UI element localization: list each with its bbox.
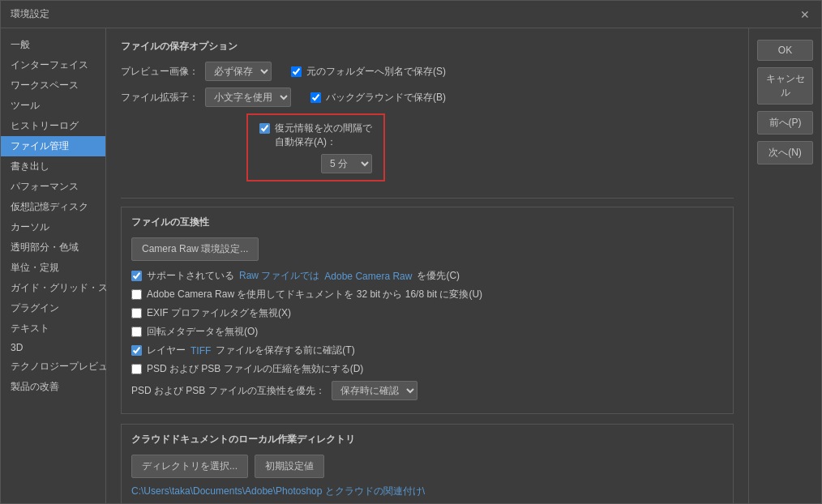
cancel-button[interactable]: キャンセル: [757, 67, 813, 105]
dialog-title: 環境設定: [11, 7, 49, 21]
convert-32bit-checkbox[interactable]: [131, 289, 142, 300]
select-directory-button[interactable]: ディレクトリを選択...: [131, 455, 248, 478]
cloud-section: クラウドドキュメントのローカル作業ディレクトリ ディレクトリを選択... 初期設…: [121, 424, 734, 503]
content-area: 一般 インターフェイス ワークスペース ツール ヒストリーログ ファイル管理 書…: [1, 28, 821, 503]
sidebar-item-tools[interactable]: ツール: [1, 96, 105, 116]
main-panel: ファイルの保存オプション プレビュー画像： 必ず保存 元のフォルダーへ別名で保存…: [106, 28, 748, 503]
extension-label: ファイル拡張子：: [121, 91, 199, 105]
extension-row: ファイル拡張子： 小文字を使用 バックグラウンドで保存(B): [121, 88, 734, 107]
preview-label: プレビュー画像：: [121, 65, 199, 79]
exif-label: EXIF プロファイルタグを無視(X): [147, 306, 291, 320]
preview-row: プレビュー画像： 必ず保存 元のフォルダーへ別名で保存(S): [121, 62, 734, 81]
save-to-original-label: 元のフォルダーへ別名で保存(S): [306, 65, 446, 79]
prev-button[interactable]: 前へ(P): [757, 111, 813, 135]
sidebar-item-workspace[interactable]: ワークスペース: [1, 75, 105, 96]
default-value-button[interactable]: 初期設定値: [255, 455, 324, 478]
rotation-meta-label: 回転メタデータを無視(O): [147, 325, 258, 339]
sidebar-item-text[interactable]: テキスト: [1, 318, 105, 339]
compatibility-header: ファイルの互換性: [131, 216, 723, 229]
psd-compat-row: PSD および PSB ファイルの互換性を優先： 保存時に確認: [131, 381, 723, 400]
sidebar-item-general[interactable]: 一般: [1, 35, 105, 55]
sidebar-item-interface[interactable]: インターフェイス: [1, 55, 105, 75]
sidebar-item-scratch-disk[interactable]: 仮想記憶ディスク: [1, 197, 105, 217]
tiff-confirm-label3: ファイルを保存する前に確認(T): [216, 344, 354, 357]
autosave-label2: 自動保存(A)：: [275, 135, 372, 149]
sidebar-item-performance[interactable]: パフォーマンス: [1, 177, 105, 197]
sidebar-item-product-improvement[interactable]: 製品の改善: [1, 377, 105, 397]
exif-row: EXIF プロファイルタグを無視(X): [131, 306, 723, 320]
autosave-checkbox[interactable]: [259, 123, 270, 134]
autosave-label1: 復元情報を次の間隔で: [275, 122, 372, 135]
autosave-interval-select[interactable]: 1 分 5 分 10 分 15 分 30 分 60 分: [321, 154, 372, 173]
save-to-original-checkbox[interactable]: [291, 66, 302, 77]
background-save-checkbox[interactable]: [310, 92, 321, 103]
convert-32bit-row: Adobe Camera Raw を使用してドキュメントを 32 bit から …: [131, 288, 723, 301]
next-button[interactable]: 次へ(N): [757, 141, 813, 164]
sidebar-item-export[interactable]: 書き出し: [1, 156, 105, 177]
tiff-label: TIFF: [191, 345, 211, 357]
tiff-confirm-label1: レイヤー: [147, 344, 186, 357]
cloud-buttons: ディレクトリを選択... 初期設定値: [131, 455, 723, 478]
psd-compression-checkbox[interactable]: [131, 364, 142, 374]
tiff-confirm-row: レイヤー TIFF ファイルを保存する前に確認(T): [131, 344, 723, 357]
background-save-label: バックグラウンドで保存(B): [326, 91, 446, 105]
cloud-path: C:\Users\taka\Documents\Adobe\Photoshop …: [131, 485, 723, 498]
preferences-dialog: 環境設定 ✕ 一般 インターフェイス ワークスペース ツール ヒストリーログ フ…: [0, 0, 822, 504]
psd-compat-label: PSD および PSB ファイルの互換性を優先：: [131, 384, 325, 398]
sidebar-item-guides[interactable]: ガイド・グリッド・スライス: [1, 278, 105, 298]
convert-32bit-label: Adobe Camera Raw を使用してドキュメントを 32 bit から …: [147, 288, 482, 301]
raw-file-label: Raw ファイルでは: [239, 269, 319, 283]
cloud-header: クラウドドキュメントのローカル作業ディレクトリ: [131, 433, 723, 446]
save-options-header: ファイルの保存オプション: [121, 40, 734, 53]
sidebar-item-units[interactable]: 単位・定規: [1, 258, 105, 278]
rotation-meta-row: 回転メタデータを無視(O): [131, 325, 723, 339]
psd-compression-label: PSD および PSB ファイルの圧縮を無効にする(D): [147, 362, 363, 376]
title-bar: 環境設定 ✕: [1, 1, 821, 28]
close-button[interactable]: ✕: [798, 8, 811, 21]
raw-priority-label1: サポートされている: [147, 269, 234, 283]
autosave-highlight-box: 復元情報を次の間隔で 自動保存(A)： 1 分 5 分 10 分 15 分 30…: [246, 113, 385, 182]
raw-priority-label4: を優先(C): [417, 269, 460, 283]
sidebar-item-history[interactable]: ヒストリーログ: [1, 116, 105, 136]
sidebar-item-3d[interactable]: 3D: [1, 339, 105, 357]
sidebar-item-cursor[interactable]: カーソル: [1, 217, 105, 237]
extension-select[interactable]: 小文字を使用: [205, 88, 291, 107]
ok-button[interactable]: OK: [757, 40, 813, 61]
right-buttons-panel: OK キャンセル 前へ(P) 次へ(N): [748, 28, 821, 503]
raw-priority-row: サポートされている Raw ファイルでは Adobe Camera Raw を優…: [131, 269, 723, 283]
sidebar: 一般 インターフェイス ワークスペース ツール ヒストリーログ ファイル管理 書…: [1, 28, 106, 503]
preview-select[interactable]: 必ず保存: [205, 62, 272, 81]
sidebar-item-transparency[interactable]: 透明部分・色域: [1, 237, 105, 258]
sidebar-item-plugins[interactable]: プラグイン: [1, 298, 105, 318]
camera-raw-settings-button[interactable]: Camera Raw 環境設定...: [131, 237, 259, 261]
psd-compression-row: PSD および PSB ファイルの圧縮を無効にする(D): [131, 362, 723, 376]
sidebar-item-tech-preview[interactable]: テクノロジープレビュー: [1, 357, 105, 377]
psd-compat-select[interactable]: 保存時に確認: [332, 381, 417, 400]
rotation-meta-checkbox[interactable]: [131, 327, 142, 337]
sidebar-item-file-management[interactable]: ファイル管理: [1, 136, 105, 156]
compatibility-divider: [121, 198, 734, 199]
exif-checkbox[interactable]: [131, 308, 142, 318]
raw-priority-checkbox[interactable]: [131, 271, 142, 281]
adobe-camera-raw-label: Adobe Camera Raw: [324, 271, 412, 282]
tiff-confirm-checkbox[interactable]: [131, 345, 142, 356]
